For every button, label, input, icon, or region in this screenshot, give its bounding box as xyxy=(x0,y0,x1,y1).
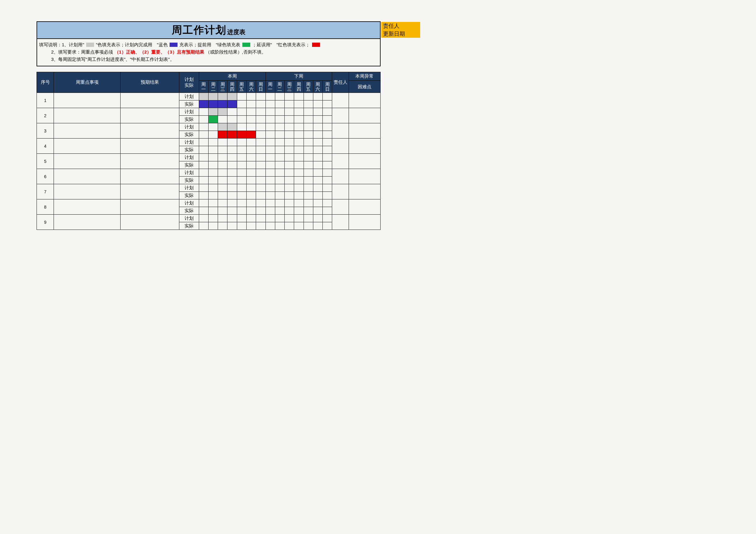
cell-expect xyxy=(121,123,179,139)
cell-owner xyxy=(332,184,349,200)
actual-day-8 xyxy=(265,161,275,169)
actual-day-8 xyxy=(265,100,275,108)
actual-day-3 xyxy=(218,131,228,139)
plan-day-6 xyxy=(246,93,256,100)
actual-day-13 xyxy=(313,192,322,200)
actual-day-10 xyxy=(285,176,294,184)
cell-owner xyxy=(332,169,349,184)
plan-day-8 xyxy=(265,139,275,146)
plan-day-7 xyxy=(256,123,265,131)
plan-day-14 xyxy=(323,123,332,131)
cell-expect xyxy=(121,93,179,108)
plan-day-5 xyxy=(237,215,246,222)
actual-day-6 xyxy=(246,192,256,200)
plan-day-14 xyxy=(323,93,332,100)
actual-day-6 xyxy=(246,161,256,169)
next-week-day-2: 周 二 xyxy=(275,81,284,93)
next-week-day-6: 周 六 xyxy=(313,81,322,93)
cell-actual-label: 实际 xyxy=(179,146,199,154)
cell-owner xyxy=(332,215,349,230)
table-row: 8计划 xyxy=(37,200,381,207)
plan-day-1 xyxy=(199,154,208,161)
plan-day-11 xyxy=(294,184,304,192)
cell-exception xyxy=(349,154,380,169)
plan-day-14 xyxy=(323,184,332,192)
instruction-line-2: 2、填写要求：周重点事项必须 （1）正确、（2）重要、（3）且有预期结果 （或阶… xyxy=(39,49,378,55)
table-row: 7计划 xyxy=(37,184,381,192)
cell-item xyxy=(54,154,121,169)
plan-day-2 xyxy=(208,184,218,192)
plan-day-3 xyxy=(218,139,228,146)
cell-no: 8 xyxy=(37,200,54,215)
actual-day-14 xyxy=(323,161,332,169)
cell-exception xyxy=(349,184,380,200)
plan-day-3 xyxy=(218,154,228,161)
plan-day-11 xyxy=(294,169,304,176)
cell-owner xyxy=(332,123,349,139)
plan-day-11 xyxy=(294,108,304,116)
actual-day-2 xyxy=(208,131,218,139)
actual-day-13 xyxy=(313,116,322,123)
cell-owner xyxy=(332,139,349,154)
actual-day-14 xyxy=(323,131,332,139)
actual-day-3 xyxy=(218,176,228,184)
actual-day-12 xyxy=(304,176,313,184)
actual-day-1 xyxy=(199,100,208,108)
cell-no: 7 xyxy=(37,184,54,200)
plan-day-12 xyxy=(304,200,313,207)
plan-day-13 xyxy=(313,200,322,207)
actual-day-3 xyxy=(218,207,228,215)
actual-day-5 xyxy=(237,207,246,215)
actual-day-8 xyxy=(265,207,275,215)
plan-day-5 xyxy=(237,139,246,146)
actual-day-12 xyxy=(304,161,313,169)
plan-day-1 xyxy=(199,184,208,192)
plan-day-2 xyxy=(208,93,218,100)
swatch-grey xyxy=(86,42,94,47)
plan-day-5 xyxy=(237,200,246,207)
plan-day-7 xyxy=(256,93,265,100)
plan-day-8 xyxy=(265,169,275,176)
table-row: 1计划 xyxy=(37,93,381,100)
cell-actual-label: 实际 xyxy=(179,207,199,215)
plan-day-6 xyxy=(246,184,256,192)
actual-day-1 xyxy=(199,131,208,139)
plan-day-9 xyxy=(275,184,284,192)
instruction-line-3: 3、每周固定填写"周工作计划进度表"、"中长期工作计划表"。 xyxy=(39,56,378,63)
plan-day-13 xyxy=(313,93,322,100)
actual-day-2 xyxy=(208,192,218,200)
plan-day-2 xyxy=(208,154,218,161)
plan-day-13 xyxy=(313,215,322,222)
next-week-day-5: 周 五 xyxy=(304,81,313,93)
actual-day-5 xyxy=(237,176,246,184)
side-tags: 责任人 更新日期 xyxy=(381,22,420,38)
table-row: 4计划 xyxy=(37,139,381,146)
actual-day-4 xyxy=(228,176,237,184)
plan-day-5 xyxy=(237,169,246,176)
actual-day-8 xyxy=(265,192,275,200)
plan-day-4 xyxy=(228,184,237,192)
plan-day-10 xyxy=(285,169,294,176)
plan-day-10 xyxy=(285,215,294,222)
cell-owner xyxy=(332,200,349,215)
actual-day-11 xyxy=(294,146,304,154)
col-exception: 本周异常 xyxy=(349,72,380,81)
plan-day-7 xyxy=(256,169,265,176)
plan-day-3 xyxy=(218,108,228,116)
cell-actual-label: 实际 xyxy=(179,222,199,230)
actual-day-10 xyxy=(285,192,294,200)
plan-day-7 xyxy=(256,108,265,116)
cell-expect xyxy=(121,169,179,184)
this-week-day-5: 周 五 xyxy=(237,81,246,93)
cell-expect xyxy=(121,154,179,169)
actual-day-11 xyxy=(294,176,304,184)
tag-owner: 责任人 xyxy=(381,22,420,30)
actual-day-3 xyxy=(218,161,228,169)
plan-day-8 xyxy=(265,184,275,192)
this-week-day-6: 周 六 xyxy=(246,81,256,93)
plan-day-14 xyxy=(323,169,332,176)
plan-day-1 xyxy=(199,169,208,176)
actual-day-6 xyxy=(246,176,256,184)
actual-day-8 xyxy=(265,146,275,154)
plan-day-9 xyxy=(275,93,284,100)
